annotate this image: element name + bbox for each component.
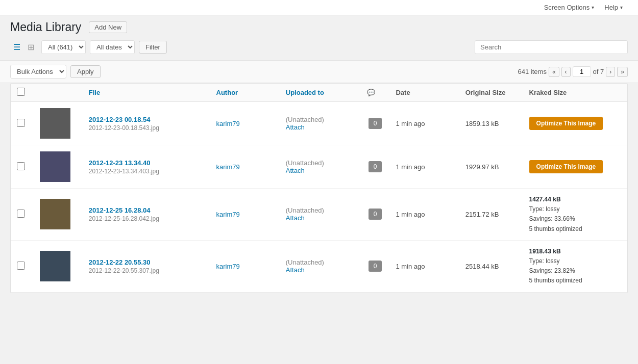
date-value: 1 min ago xyxy=(396,120,425,127)
next-page-button[interactable]: › xyxy=(606,67,615,77)
top-bar: Screen Options ▾ Help ▾ xyxy=(0,0,638,15)
optimize-button[interactable]: Optimize This Image xyxy=(529,117,603,130)
row-checkbox-cell xyxy=(11,240,34,292)
screen-options-label: Screen Options xyxy=(544,4,590,11)
content-area: File Author Uploaded to 💬 Date Original … xyxy=(0,83,638,293)
col-comment-header: 💬 xyxy=(361,84,390,102)
date-value: 1 min ago xyxy=(396,263,425,270)
author-link[interactable]: karim79 xyxy=(216,120,240,127)
row-date-cell: 1 min ago xyxy=(389,145,459,189)
row-date-cell: 1 min ago xyxy=(389,189,459,241)
row-uploaded-cell: (Unattached)Attach xyxy=(280,189,361,241)
comment-badge: 0 xyxy=(369,161,382,172)
file-link[interactable]: 2012-12-23 00.18.54 xyxy=(89,116,151,123)
comment-badge: 0 xyxy=(369,209,382,220)
screen-options-caret: ▾ xyxy=(592,5,594,10)
pagination: 641 items « ‹ of 7 › » xyxy=(518,66,628,77)
thumbnail xyxy=(40,151,70,182)
row-file-cell: 2012-12-25 16.28.042012-12-25-16.28.042.… xyxy=(83,189,210,241)
col-uploaded-header[interactable]: Uploaded to xyxy=(280,84,361,102)
row-thumb-cell xyxy=(34,240,82,292)
filter-all-select[interactable]: All (641) xyxy=(41,40,86,54)
thumbnail xyxy=(40,108,70,139)
col-kraked-header: Kraked Size xyxy=(523,84,627,102)
comment-badge: 0 xyxy=(369,118,382,129)
add-new-button[interactable]: Add New xyxy=(89,21,127,33)
row-date-cell: 1 min ago xyxy=(389,102,459,145)
help-button[interactable]: Help ▾ xyxy=(599,4,628,11)
table-row: 2012-12-23 00.18.542012-12-23-00.18.543.… xyxy=(11,102,627,145)
select-all-checkbox[interactable] xyxy=(17,88,25,96)
kraked-size: 1427.44 kB xyxy=(529,196,561,203)
search-input[interactable] xyxy=(475,40,628,54)
row-checkbox[interactable] xyxy=(17,262,25,270)
bulk-actions-select[interactable]: Bulk Actions xyxy=(10,65,66,79)
attach-link[interactable]: Attach xyxy=(286,123,305,131)
col-check-header xyxy=(11,84,34,102)
col-original-header: Original Size xyxy=(459,84,523,102)
kraked-savings: Savings: 23.82% xyxy=(529,267,575,274)
table-row: 2012-12-22 20.55.302012-12-22-20.55.307.… xyxy=(11,240,627,292)
prev-page-button[interactable]: ‹ xyxy=(561,67,571,77)
kraked-info: 1427.44 kBType: lossySavings: 33.66%5 th… xyxy=(529,195,621,234)
attach-link[interactable]: Attach xyxy=(286,167,305,174)
row-thumb-cell xyxy=(34,102,82,145)
row-date-cell: 1 min ago xyxy=(389,240,459,292)
author-link[interactable]: karim79 xyxy=(216,211,240,218)
row-file-cell: 2012-12-23 13.34.402012-12-23-13.34.403.… xyxy=(83,145,210,189)
col-thumb-header xyxy=(34,84,82,102)
row-comment-cell: 0 xyxy=(361,240,390,292)
file-name: 2012-12-23-13.34.403.jpg xyxy=(89,168,204,175)
toolbar: ☰ ⊞ All (641) All dates Filter xyxy=(0,34,638,60)
row-original-size-cell: 1859.13 kB xyxy=(459,102,523,145)
kraked-size: 1918.43 kB xyxy=(529,248,561,255)
author-link[interactable]: karim79 xyxy=(216,163,240,171)
original-size-value: 1929.97 kB xyxy=(465,163,499,171)
table-body: 2012-12-23 00.18.542012-12-23-00.18.543.… xyxy=(11,102,627,293)
grid-view-icon: ⊞ xyxy=(28,43,34,51)
list-view-button[interactable]: ☰ xyxy=(10,40,23,54)
current-page-input[interactable] xyxy=(573,66,591,77)
file-link[interactable]: 2012-12-22 20.55.30 xyxy=(89,258,151,266)
col-author-header[interactable]: Author xyxy=(210,84,280,102)
optimize-button[interactable]: Optimize This Image xyxy=(529,160,603,173)
filter-dates-select[interactable]: All dates xyxy=(90,40,135,54)
row-author-cell: karim79 xyxy=(210,189,280,241)
comment-badge: 0 xyxy=(369,261,382,272)
row-uploaded-cell: (Unattached)Attach xyxy=(280,102,361,145)
table-header: File Author Uploaded to 💬 Date Original … xyxy=(11,84,627,102)
attach-link[interactable]: Attach xyxy=(286,214,305,222)
total-items: 641 items xyxy=(518,68,547,75)
screen-options-button[interactable]: Screen Options ▾ xyxy=(539,4,600,11)
filter-button[interactable]: Filter xyxy=(139,41,167,54)
row-original-size-cell: 2151.72 kB xyxy=(459,189,523,241)
row-checkbox[interactable] xyxy=(17,162,25,170)
row-comment-cell: 0 xyxy=(361,189,390,241)
row-checkbox-cell xyxy=(11,145,34,189)
author-link[interactable]: karim79 xyxy=(216,263,240,270)
apply-button[interactable]: Apply xyxy=(70,65,101,78)
kraked-thumbs: 5 thumbs optimized xyxy=(529,277,582,284)
attach-link[interactable]: Attach xyxy=(286,266,305,274)
row-author-cell: karim79 xyxy=(210,145,280,189)
last-page-button[interactable]: » xyxy=(617,67,628,77)
row-checkbox[interactable] xyxy=(17,210,25,218)
row-kraked-size-cell: 1918.43 kBType: lossySavings: 23.82%5 th… xyxy=(523,240,627,292)
file-link[interactable]: 2012-12-23 13.34.40 xyxy=(89,159,151,167)
row-thumb-cell xyxy=(34,145,82,189)
row-original-size-cell: 1929.97 kB xyxy=(459,145,523,189)
grid-view-button[interactable]: ⊞ xyxy=(24,40,37,54)
row-checkbox[interactable] xyxy=(17,119,25,127)
row-original-size-cell: 2518.44 kB xyxy=(459,240,523,292)
row-checkbox-cell xyxy=(11,102,34,145)
row-uploaded-cell: (Unattached)Attach xyxy=(280,240,361,292)
row-comment-cell: 0 xyxy=(361,102,390,145)
row-kraked-size-cell: Optimize This Image xyxy=(523,102,627,145)
unattached-label: (Unattached) xyxy=(286,116,324,123)
file-name: 2012-12-25-16.28.042.jpg xyxy=(89,215,204,222)
first-page-button[interactable]: « xyxy=(549,67,559,77)
file-link[interactable]: 2012-12-25 16.28.04 xyxy=(89,206,151,214)
row-author-cell: karim79 xyxy=(210,102,280,145)
col-file-header[interactable]: File xyxy=(83,84,210,102)
list-view-icon: ☰ xyxy=(13,43,20,51)
